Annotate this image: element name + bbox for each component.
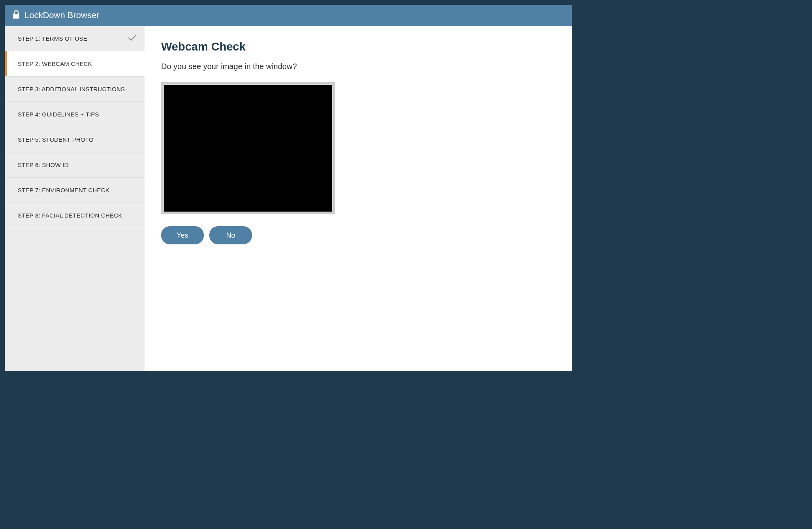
step-label: STEP 4: GUIDELINES + TIPS <box>18 111 99 118</box>
page-question: Do you see your image in the window? <box>161 62 555 71</box>
step-label: STEP 3: ADDITIONAL INSTRUCTIONS <box>18 86 125 92</box>
no-button[interactable]: No <box>209 226 252 244</box>
outer-frame: LockDown Browser STEP 1: TERMS OF USE ST… <box>0 0 577 375</box>
sidebar-step-student-photo[interactable]: STEP 5: STUDENT PHOTO <box>5 127 145 152</box>
app-container: LockDown Browser STEP 1: TERMS OF USE ST… <box>5 5 572 371</box>
check-icon <box>127 33 137 44</box>
step-label: STEP 2: WEBCAM CHECK <box>18 60 92 67</box>
step-label: STEP 8: FACIAL DETECTION CHECK <box>18 212 122 219</box>
step-label: STEP 7: ENVIRONMENT CHECK <box>18 187 109 193</box>
webcam-frame <box>161 82 335 214</box>
step-label: STEP 6: SHOW ID <box>18 161 69 168</box>
sidebar: STEP 1: TERMS OF USE STEP 2: WEBCAM CHEC… <box>5 26 145 371</box>
sidebar-step-terms-of-use[interactable]: STEP 1: TERMS OF USE <box>5 26 145 51</box>
page-title: Webcam Check <box>161 40 555 53</box>
header-bar: LockDown Browser <box>5 5 572 26</box>
sidebar-step-additional-instructions[interactable]: STEP 3: ADDITIONAL INSTRUCTIONS <box>5 77 145 102</box>
yes-button[interactable]: Yes <box>161 226 204 244</box>
step-label: STEP 1: TERMS OF USE <box>18 35 87 42</box>
body-area: STEP 1: TERMS OF USE STEP 2: WEBCAM CHEC… <box>5 26 572 371</box>
lock-icon <box>13 10 20 21</box>
svg-rect-0 <box>13 14 19 19</box>
main-content: Webcam Check Do you see your image in th… <box>145 26 572 371</box>
sidebar-step-environment-check[interactable]: STEP 7: ENVIRONMENT CHECK <box>5 178 145 203</box>
webcam-feed <box>164 85 332 212</box>
sidebar-step-facial-detection-check[interactable]: STEP 8: FACIAL DETECTION CHECK <box>5 203 145 228</box>
step-label: STEP 5: STUDENT PHOTO <box>18 136 94 143</box>
app-title: LockDown Browser <box>24 10 100 21</box>
sidebar-step-webcam-check[interactable]: STEP 2: WEBCAM CHECK <box>5 51 145 77</box>
button-row: Yes No <box>161 226 555 244</box>
sidebar-step-guidelines-tips[interactable]: STEP 4: GUIDELINES + TIPS <box>5 102 145 127</box>
sidebar-step-show-id[interactable]: STEP 6: SHOW ID <box>5 152 145 178</box>
